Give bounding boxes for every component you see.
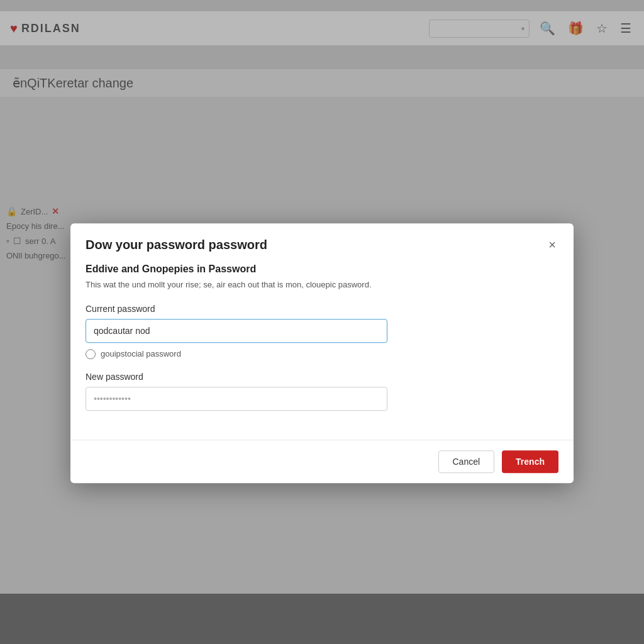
password-change-modal: Dow your password password × Eddive and … bbox=[70, 223, 574, 483]
radio-social-password[interactable] bbox=[86, 349, 96, 359]
modal-title: Dow your password password bbox=[86, 238, 267, 252]
modal-close-button[interactable]: × bbox=[546, 236, 558, 253]
radio-option: gouipstocial password bbox=[86, 349, 558, 359]
new-password-label: New password bbox=[86, 372, 558, 382]
current-password-input[interactable] bbox=[86, 319, 387, 343]
radio-social-label: gouipstocial password bbox=[101, 349, 181, 358]
modal-description: This wat the und mollt your rise; se, ai… bbox=[86, 279, 558, 291]
current-password-label: Current password bbox=[86, 304, 558, 314]
modal-section-title: Eddive and Gnopepies in Password bbox=[86, 264, 558, 275]
cancel-button[interactable]: Cancel bbox=[438, 450, 495, 473]
modal-footer: Cancel Trench bbox=[70, 440, 574, 483]
modal-body: Eddive and Gnopepies in Password This wa… bbox=[70, 264, 574, 430]
modal-header: Dow your password password × bbox=[70, 223, 574, 264]
new-password-input[interactable] bbox=[86, 387, 387, 411]
trench-button[interactable]: Trench bbox=[502, 450, 558, 473]
